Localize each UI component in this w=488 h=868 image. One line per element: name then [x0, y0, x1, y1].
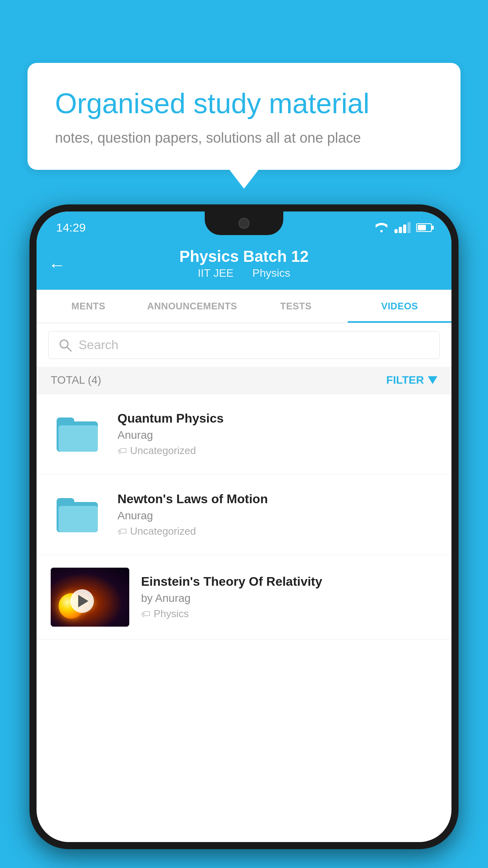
video-tag-text-1: Uncategorized: [130, 445, 196, 457]
video-info-2: Newton's Laws of Motion Anurag 🏷 Uncateg…: [117, 492, 437, 537]
phone-outer: 14:29: [29, 204, 459, 849]
header-subtitle: IIT JEE Physics: [52, 267, 436, 280]
svg-rect-4: [57, 417, 74, 426]
search-container: Search: [37, 323, 451, 367]
signal-bars-icon: [394, 222, 411, 233]
video-title-1: Quantum Physics: [117, 411, 437, 426]
svg-rect-7: [57, 498, 74, 507]
list-item[interactable]: Einstein's Theory Of Relativity by Anura…: [37, 555, 451, 640]
subtitle-iitjee: IIT JEE: [198, 267, 233, 279]
video-info-3: Einstein's Theory Of Relativity by Anura…: [141, 574, 437, 620]
tab-tests[interactable]: TESTS: [244, 290, 348, 323]
total-count: TOTAL (4): [51, 374, 101, 386]
filter-button[interactable]: FILTER: [386, 374, 437, 386]
tab-videos[interactable]: VIDEOS: [348, 290, 451, 323]
list-item[interactable]: Quantum Physics Anurag 🏷 Uncategorized: [37, 394, 451, 474]
video-tag-1: 🏷 Uncategorized: [117, 445, 437, 457]
filter-label: FILTER: [386, 374, 424, 386]
svg-rect-8: [59, 506, 98, 532]
video-thumbnail-3: [51, 568, 129, 627]
svg-line-2: [67, 347, 71, 351]
tag-icon-3: 🏷: [141, 609, 150, 620]
speech-bubble-subtitle: notes, question papers, solutions all at…: [55, 130, 433, 146]
status-time: 14:29: [56, 221, 86, 234]
video-tag-3: 🏷 Physics: [141, 608, 437, 620]
svg-rect-5: [59, 425, 98, 452]
play-triangle-icon: [78, 595, 88, 607]
subtitle-physics: Physics: [252, 267, 290, 279]
speech-bubble-title: Organised study material: [55, 86, 433, 120]
video-tag-text-3: Physics: [154, 608, 189, 620]
folder-icon-2: [57, 495, 100, 534]
folder-icon: [57, 414, 100, 454]
video-title-3: Einstein's Theory Of Relativity: [141, 574, 437, 589]
video-title-2: Newton's Laws of Motion: [117, 492, 437, 506]
filter-bar: TOTAL (4) FILTER: [37, 367, 451, 394]
folder-thumbnail-1: [51, 406, 106, 462]
video-info-1: Quantum Physics Anurag 🏷 Uncategorized: [117, 411, 437, 457]
video-author-3: by Anurag: [141, 592, 437, 605]
wifi-icon: [374, 222, 389, 233]
tag-icon: 🏷: [117, 445, 127, 456]
phone-screen: 14:29: [37, 211, 451, 842]
status-icons: [374, 222, 432, 233]
phone-wrapper: 14:29: [29, 204, 459, 868]
battery-icon: [416, 223, 432, 232]
video-author-1: Anurag: [117, 429, 437, 441]
header-title: Physics Batch 12: [52, 248, 436, 265]
search-bar[interactable]: Search: [48, 331, 440, 359]
folder-thumbnail-2: [51, 487, 106, 542]
app-header: ← Physics Batch 12 IIT JEE Physics: [37, 240, 451, 290]
tab-bar: MENTS ANNOUNCEMENTS TESTS VIDEOS: [37, 290, 451, 323]
back-button[interactable]: ←: [48, 255, 66, 275]
phone-notch: [205, 211, 283, 235]
search-input[interactable]: Search: [79, 338, 118, 352]
camera-dot: [238, 218, 250, 229]
video-author-2: Anurag: [117, 509, 437, 522]
filter-funnel-icon: [428, 376, 437, 384]
svg-point-0: [380, 230, 383, 232]
tag-icon-2: 🏷: [117, 526, 127, 537]
video-list: Quantum Physics Anurag 🏷 Uncategorized: [37, 394, 451, 640]
tab-announcements[interactable]: ANNOUNCEMENTS: [140, 290, 244, 323]
search-icon: [58, 338, 72, 352]
video-tag-text-2: Uncategorized: [130, 525, 196, 537]
play-button[interactable]: [70, 589, 94, 613]
list-item[interactable]: Newton's Laws of Motion Anurag 🏷 Uncateg…: [37, 474, 451, 555]
video-tag-2: 🏷 Uncategorized: [117, 525, 437, 537]
tab-ments[interactable]: MENTS: [37, 290, 140, 323]
speech-bubble-card: Organised study material notes, question…: [28, 63, 460, 170]
